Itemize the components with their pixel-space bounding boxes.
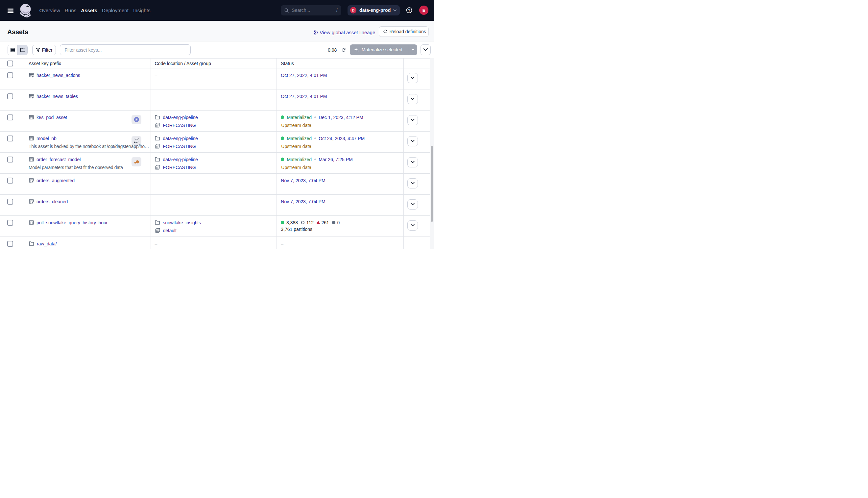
svg-text:?: ? [408, 8, 410, 12]
